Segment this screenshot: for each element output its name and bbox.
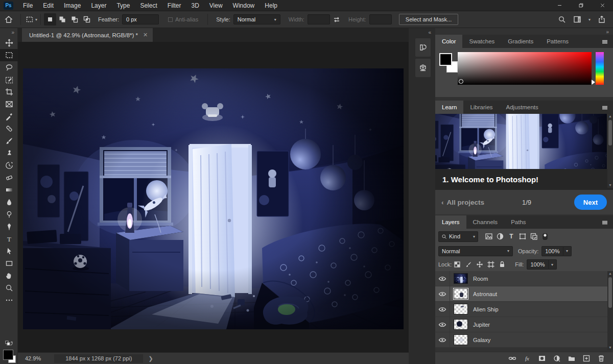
restore-button[interactable] [570,0,592,11]
fill-chevron[interactable]: ▾ [549,259,557,270]
learn-tab-libraries[interactable]: Libraries [463,101,499,114]
color-tab-swatches[interactable]: Swatches [462,35,501,48]
close-tab-icon[interactable]: ✕ [143,32,148,38]
color-cursor[interactable] [459,79,463,84]
lock-position-icon[interactable] [474,259,485,270]
layer-row-astronaut[interactable]: Astronaut [435,286,613,302]
close-button[interactable] [592,0,613,11]
tool-crop[interactable] [0,86,18,98]
minimize-button[interactable] [549,0,570,11]
fill-value[interactable]: 100% [527,259,548,270]
chevron-down-icon[interactable]: ▾ [588,17,591,22]
opacity-chevron[interactable]: ▾ [563,246,572,256]
tool-blur[interactable] [0,196,18,208]
new-layer-icon[interactable] [582,354,591,362]
visibility-eye-icon[interactable] [435,286,450,302]
tool-history-brush[interactable] [0,159,18,172]
saturation-brightness-field[interactable] [458,52,592,85]
chevron-down-icon[interactable]: ▾ [35,17,37,22]
menu-type[interactable]: Type [111,0,135,11]
tool-zoom[interactable] [0,282,18,294]
color-tab-gradients[interactable]: Gradients [501,35,540,48]
menu-window[interactable]: Window [228,0,260,11]
menu-help[interactable]: Help [260,0,282,11]
document-tab[interactable]: Untitled-1 @ 42.9% (Astronaut, RGB/8*) *… [22,28,153,42]
layers-tab-paths[interactable]: Paths [504,215,532,229]
menu-image[interactable]: Image [59,0,86,11]
menu-edit[interactable]: Edit [38,0,59,11]
layer-thumbnail[interactable] [454,273,468,284]
menu-layer[interactable]: Layer [86,0,111,11]
visibility-eye-icon[interactable] [435,317,450,332]
style-dropdown[interactable]: Normal▾ [233,14,280,25]
filter-adjustment-layers-icon[interactable] [494,231,506,241]
layers-scrollbar[interactable]: ▲▼ [607,271,613,350]
tool-object-selection[interactable] [0,74,18,86]
menu-filter[interactable]: Filter [162,0,186,11]
panel-menu-icon[interactable] [601,104,609,112]
panel-menu-icon[interactable] [601,219,609,227]
menu-select[interactable]: Select [135,0,162,11]
opacity-value[interactable]: 100% [541,246,563,256]
filtering-toggle[interactable] [539,231,551,241]
layer-row-jupiter[interactable]: Jupiter [435,317,613,332]
layer-thumbnail[interactable] [454,319,468,330]
filter-shape-layers-icon[interactable] [517,231,528,241]
layer-row-room[interactable]: Room [435,271,613,286]
visibility-eye-icon[interactable] [435,302,450,317]
subtract-from-selection-button[interactable] [68,13,81,26]
layer-row-alien-ship[interactable]: Alien Ship [435,302,613,317]
layer-effects-icon[interactable]: fx [523,354,532,362]
zoom-level[interactable]: 42.9% [25,355,41,361]
tool-frame[interactable] [0,98,18,110]
tool-type[interactable]: T [0,233,18,245]
swap-colors-icon[interactable] [0,341,18,350]
learn-tab-learn[interactable]: Learn [435,101,463,114]
hue-slider-marker[interactable] [592,80,595,85]
tool-hand[interactable] [0,270,18,282]
add-layer-mask-icon[interactable] [537,354,547,362]
layer-thumbnail[interactable] [454,288,468,299]
marquee-tool-preset-icon[interactable] [24,15,35,23]
lock-artboard-icon[interactable] [485,259,497,270]
tool-lasso[interactable] [0,61,18,74]
canvas[interactable] [23,68,404,329]
layer-row-galaxy[interactable]: Galaxy [435,332,613,348]
tool-path-selection[interactable] [0,245,18,257]
menu-file[interactable]: File [18,0,38,11]
add-to-selection-button[interactable] [56,13,68,26]
share-icon[interactable] [598,15,606,23]
width-input[interactable] [308,14,330,25]
search-icon[interactable] [558,15,566,23]
tool-pen[interactable] [0,221,18,233]
tool-dodge[interactable] [0,208,18,221]
height-input[interactable] [369,14,392,25]
link-layers-icon[interactable] [508,354,517,362]
filter-pixel-layers-icon[interactable] [483,231,494,241]
lock-all-icon[interactable] [497,259,508,270]
home-icon[interactable] [0,15,17,23]
learn-scrollbar[interactable]: ▲ ▼ [607,114,613,188]
properties-panel-icon[interactable] [415,59,431,77]
select-and-mask-button[interactable]: Select and Mask... [399,14,459,25]
foreground-color-swatch[interactable] [439,53,452,66]
lock-image-icon[interactable] [463,259,474,270]
history-panel-icon[interactable] [415,38,431,57]
workspace-icon[interactable] [573,15,581,23]
tool-clone-stamp[interactable] [0,147,18,159]
layer-thumbnail[interactable] [454,304,468,314]
color-tab-color[interactable]: Color [435,35,462,48]
menu-view[interactable]: View [204,0,228,11]
next-button[interactable]: Next [574,195,607,210]
filter-smart-objects-icon[interactable] [528,231,539,241]
tool-eraser[interactable] [0,172,18,184]
hue-slider[interactable] [596,52,604,85]
lock-transparency-icon[interactable] [452,259,463,270]
antialias-checkbox[interactable]: Anti-alias [168,16,198,22]
expand-panels-icon[interactable]: « [409,28,435,37]
new-group-icon[interactable] [567,354,576,362]
intersect-selection-button[interactable] [81,13,93,26]
tool-brush[interactable] [0,135,18,147]
visibility-eye-icon[interactable] [435,332,450,348]
filter-kind-dropdown[interactable]: Kind ▾ [438,231,478,242]
